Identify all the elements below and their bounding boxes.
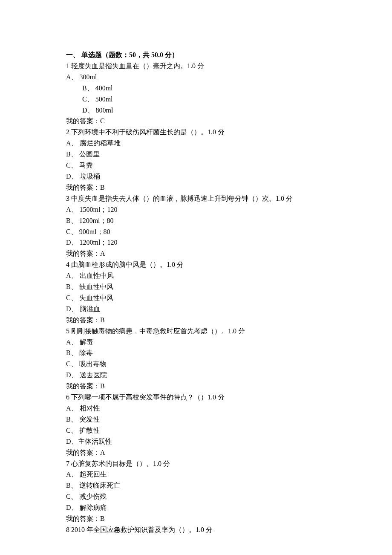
question-text: 5 刚刚接触毒物的病患，中毒急救时应首先考虑（）。1.0 分 [66,326,326,337]
question-2: 2 下列环境中不利于破伤风杆菌生长的是（）。1.0 分 A、 腐烂的稻草堆 B、… [66,127,326,193]
answer-text: 我的答案：A [66,447,326,458]
option-c: C、 900ml；80 [66,226,326,237]
option-d: D、 送去医院 [66,370,326,381]
answer-text: 我的答案：B [66,315,326,326]
question-7: 7 心脏复苏术的目标是（）。1.0 分 A、 起死回生 B、 逆转临床死亡 C、… [66,458,326,524]
option-d: D、 800ml [66,105,326,116]
option-d: D、 解除病痛 [66,502,326,513]
question-text: 7 心脏复苏术的目标是（）。1.0 分 [66,458,326,469]
option-c: C、 扩散性 [66,425,326,436]
question-1: 1 轻度失血是指失血量在（）毫升之内。1.0 分 A、 300ml B、 400… [66,61,326,127]
option-c: C、 马粪 [66,160,326,171]
option-d: D、主体活跃性 [66,436,326,447]
option-a: A、 解毒 [66,337,326,348]
option-b: B、 1200ml；80 [66,215,326,226]
answer-text: 我的答案：B [66,513,326,524]
answer-text: 我的答案：A [66,248,326,259]
option-c: C、 失血性中风 [66,292,326,304]
option-c: C、 500ml [66,94,326,105]
option-c: C、 吸出毒物 [66,358,326,370]
question-text: 6 下列哪一项不属于高校突发事件的特点？（）1.0 分 [66,392,326,403]
option-d: D、 垃圾桶 [66,171,326,182]
option-a: A、 起死回生 [66,469,326,480]
question-5: 5 刚刚接触毒物的病患，中毒急救时应首先考虑（）。1.0 分 A、 解毒 B、 … [66,326,326,392]
question-3: 3 中度失血是指失去人体（）的血液，脉搏迅速上升到每分钟（）次。1.0 分 A、… [66,193,326,259]
option-d: D、 1200ml；120 [66,237,326,248]
question-text: 8 2010 年全国应急救护知识普及率为（）。1.0 分 [66,524,326,535]
answer-text: 我的答案：B [66,182,326,193]
option-b: B、 400ml [66,83,326,94]
question-6: 6 下列哪一项不属于高校突发事件的特点？（）1.0 分 A、 相对性 B、 突发… [66,392,326,458]
option-a: A、 300ml [66,72,326,83]
option-a: A、 1500ml；120 [66,204,326,215]
option-b: B、 逆转临床死亡 [66,480,326,491]
section-title: 一、 单选题（题数：50，共 50.0 分） [66,49,326,61]
answer-text: 我的答案：C [66,116,326,127]
question-text: 4 由脑血栓形成的脑中风是（）。1.0 分 [66,259,326,270]
option-b: B、 除毒 [66,347,326,358]
question-text: 2 下列环境中不利于破伤风杆菌生长的是（）。1.0 分 [66,127,326,138]
option-b: B、 突发性 [66,414,326,425]
option-a: A、 相对性 [66,403,326,414]
question-text: 1 轻度失血是指失血量在（）毫升之内。1.0 分 [66,61,326,72]
question-8: 8 2010 年全国应急救护知识普及率为（）。1.0 分 [66,524,326,535]
option-c: C、 减少伤残 [66,491,326,502]
option-d: D、 脑溢血 [66,304,326,315]
option-a: A、 腐烂的稻草堆 [66,138,326,149]
question-4: 4 由脑血栓形成的脑中风是（）。1.0 分 A、 出血性中风 B、 缺血性中风 … [66,259,326,325]
option-a: A、 出血性中风 [66,270,326,281]
answer-text: 我的答案：B [66,381,326,392]
option-b: B、 公园里 [66,149,326,160]
option-b: B、 缺血性中风 [66,281,326,292]
question-text: 3 中度失血是指失去人体（）的血液，脉搏迅速上升到每分钟（）次。1.0 分 [66,193,326,204]
